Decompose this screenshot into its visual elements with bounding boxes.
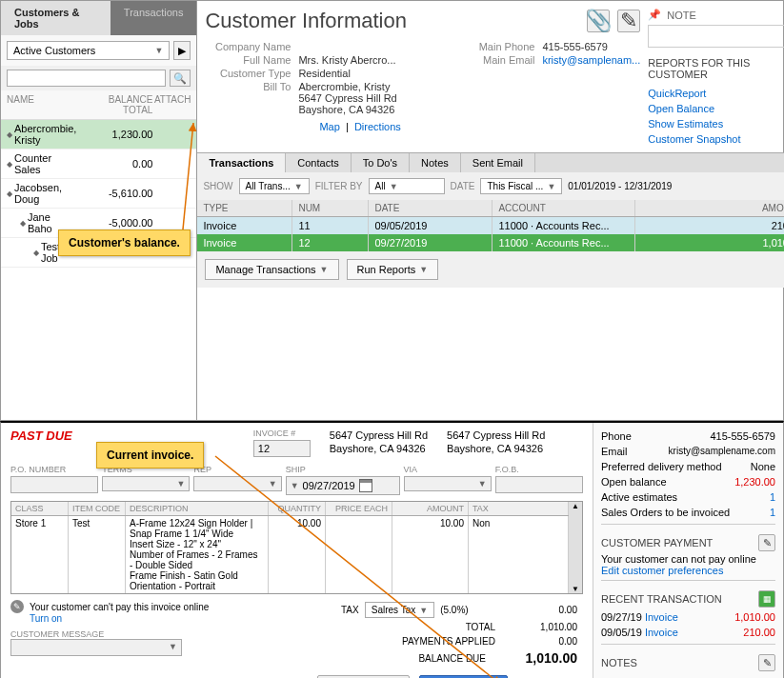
- cust-type-value: Residential: [298, 68, 451, 79]
- balance-due-label: BALANCE DUE: [341, 653, 486, 664]
- report-link[interactable]: Customer Snapshot: [648, 133, 784, 145]
- report-link[interactable]: QuickReport: [648, 88, 784, 99]
- cust-msg-dropdown[interactable]: ▼: [10, 639, 182, 656]
- run-reports-button[interactable]: Run Reports▼: [347, 259, 439, 280]
- search-icon: 🔍: [173, 72, 187, 85]
- item-qty: 10.00: [269, 516, 326, 593]
- rep-label: REP: [193, 465, 281, 474]
- customer-row[interactable]: ◆Jacobsen, Doug-5,610.00: [1, 179, 196, 209]
- side-est-value[interactable]: 1: [770, 491, 775, 503]
- ship-label: SHIP: [286, 465, 400, 474]
- recent-invoice-link[interactable]: Invoice: [645, 611, 678, 623]
- recent-row[interactable]: 09/27/19 Invoice1,010.00: [601, 609, 775, 625]
- cust-type-label: Customer Type: [205, 68, 291, 79]
- rep-dropdown[interactable]: ▼: [193, 476, 281, 491]
- tab-customers-label: Customers & Jobs: [14, 7, 79, 30]
- terms-dropdown[interactable]: ▼: [102, 476, 190, 491]
- ship-address: 5647 Cypress Hill Rd Bayshore, CA 94326: [447, 429, 545, 456]
- page-title: Customer Information: [205, 9, 407, 33]
- ith-code: ITEM CODE: [69, 502, 126, 515]
- side-phone-value: 415-555-6579: [710, 430, 775, 442]
- item-code: Test: [69, 516, 126, 593]
- chevron-down-icon: ▼: [291, 481, 299, 490]
- tax-dropdown[interactable]: Salres Tax▼: [365, 602, 434, 618]
- customer-row[interactable]: ◆Counter Sales0.00: [1, 150, 196, 179]
- ship-date-input[interactable]: ▼09/27/2019: [286, 476, 400, 495]
- paperclip-icon: 📎: [586, 9, 612, 33]
- diamond-icon: ◆: [20, 219, 26, 228]
- customer-filter-dropdown[interactable]: Active Customers ▼: [7, 41, 170, 60]
- calendar-icon[interactable]: [359, 479, 372, 492]
- col-balance: BALANCE TOTAL: [76, 94, 152, 115]
- show-dropdown[interactable]: All Trans...▼: [239, 178, 310, 194]
- ith-desc: DESCRIPTION: [126, 502, 269, 515]
- chevron-right-icon: ▶: [178, 45, 186, 57]
- bill-address: 5647 Cypress Hill Rd Bayshore, CA 94326: [330, 429, 428, 456]
- transaction-row[interactable]: Invoice1209/27/201911000 · Accounts Rec.…: [197, 234, 784, 251]
- tab-transactions-label: Transactions: [124, 7, 184, 18]
- recent-row[interactable]: 09/05/19 Invoice210.00: [601, 625, 775, 640]
- th-account[interactable]: ACCOUNT: [493, 200, 635, 216]
- mid-tab-contacts[interactable]: Contacts: [286, 153, 351, 172]
- report-link[interactable]: Open Balance: [648, 103, 784, 114]
- items-scrollbar[interactable]: ▲ ▼: [569, 502, 582, 593]
- th-date[interactable]: DATE: [369, 200, 493, 216]
- edit-payment-button[interactable]: ✎: [758, 534, 775, 551]
- ith-qty: QUANTITY: [269, 502, 326, 515]
- via-dropdown[interactable]: ▼: [404, 476, 492, 491]
- search-button[interactable]: 🔍: [170, 70, 191, 87]
- manage-transactions-button[interactable]: Manage Transactions▼: [205, 259, 338, 280]
- chevron-down-icon: ▼: [169, 642, 177, 653]
- po-input[interactable]: [10, 476, 98, 493]
- note-box[interactable]: [648, 25, 784, 48]
- expand-button[interactable]: ▶: [173, 41, 191, 60]
- pencil-icon: ✎: [763, 537, 772, 549]
- pencil-icon: ✎: [763, 657, 772, 669]
- mid-tab-notes[interactable]: Notes: [410, 153, 461, 172]
- th-type[interactable]: TYPE: [197, 200, 292, 216]
- th-amount[interactable]: AMOUNT: [635, 200, 784, 216]
- recent-refresh-button[interactable]: ▦: [758, 590, 775, 608]
- edit-preferences-link[interactable]: Edit customer preferences: [601, 565, 775, 576]
- chevron-down-icon: ▼: [390, 182, 398, 191]
- invoice-num-label: INVOICE #: [253, 429, 311, 438]
- side-so-value[interactable]: 1: [770, 507, 775, 518]
- chevron-down-icon: ▼: [478, 479, 487, 489]
- main-email-link[interactable]: kristy@samplenam...: [542, 54, 640, 66]
- fob-input[interactable]: [495, 476, 583, 493]
- invoice-num-input[interactable]: [253, 440, 311, 457]
- th-num[interactable]: NUM: [292, 200, 369, 216]
- turn-on-link[interactable]: Turn on: [10, 613, 326, 624]
- customer-balance: 0.00: [76, 158, 152, 170]
- tab-transactions-left[interactable]: Transactions: [111, 1, 197, 35]
- customer-row[interactable]: ◆Abercrombie, Kristy1,230.00: [1, 120, 196, 150]
- map-link[interactable]: Map: [319, 121, 339, 132]
- recent-trans-hd: RECENT TRANSACTION: [601, 593, 722, 605]
- date-range-text: 01/01/2019 - 12/31/2019: [568, 181, 672, 191]
- line-item-row[interactable]: Store 1 Test A-Frame 12x24 Sign Holder |…: [11, 516, 569, 593]
- scroll-down-icon: ▼: [572, 585, 579, 593]
- filterby-dropdown[interactable]: All▼: [369, 178, 445, 194]
- fullname-value: Mrs. Kristy Abercro...: [298, 54, 451, 66]
- edit-button[interactable]: ✎: [617, 10, 640, 32]
- date-dropdown[interactable]: This Fiscal ...▼: [480, 178, 562, 194]
- date-label: DATE: [451, 181, 475, 191]
- transaction-row[interactable]: Invoice1109/05/201911000 · Accounts Rec.…: [197, 217, 784, 234]
- customer-filter-value: Active Customers: [13, 45, 95, 56]
- mid-tab-transactions[interactable]: Transactions: [197, 153, 286, 172]
- diamond-icon: ◆: [7, 160, 12, 169]
- callout-invoice: Current invoice.: [96, 442, 204, 469]
- mid-tab-to-do-s[interactable]: To Do's: [352, 153, 410, 172]
- recent-invoice-link[interactable]: Invoice: [645, 627, 678, 638]
- billto-value: Abercrombie, Kristy 5647 Cypress Hill Rd…: [298, 81, 451, 115]
- tab-customers-jobs[interactable]: Customers & Jobs: [1, 1, 111, 35]
- edit-notes-button[interactable]: ✎: [758, 654, 775, 671]
- customer-balance: -5,000.00: [76, 217, 152, 229]
- customer-search-input[interactable]: [7, 70, 166, 87]
- side-pref-label: Preferred delivery method: [601, 461, 722, 472]
- attach-button[interactable]: 📎: [587, 10, 610, 32]
- directions-link[interactable]: Directions: [354, 121, 401, 132]
- mid-tab-sent-email[interactable]: Sent Email: [461, 153, 535, 172]
- report-link[interactable]: Show Estimates: [648, 118, 784, 130]
- via-label: VIA: [404, 465, 492, 474]
